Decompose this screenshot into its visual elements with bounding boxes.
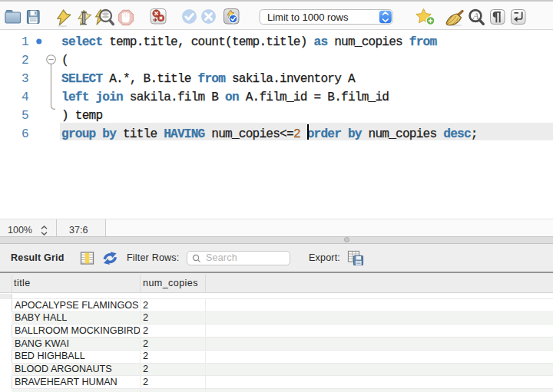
svg-text:A: A (472, 11, 479, 21)
